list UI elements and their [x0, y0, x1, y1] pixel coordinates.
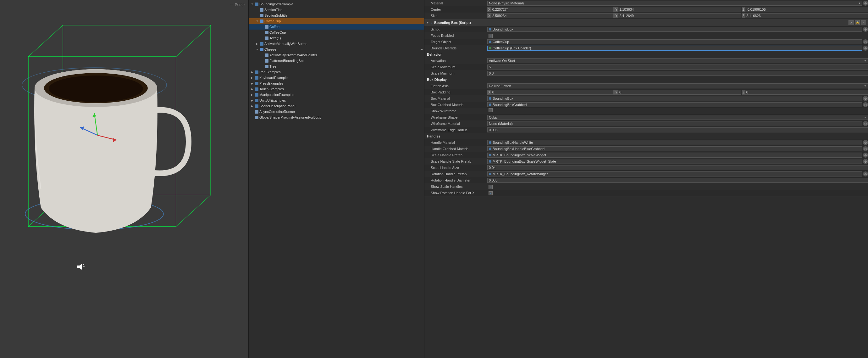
- size-xyz: X Y Z: [487, 13, 868, 18]
- scale-handle-size-input[interactable]: [487, 165, 868, 170]
- script-ref-btn[interactable]: ⊙: [863, 27, 868, 32]
- handles-section: Handles: [425, 133, 868, 139]
- scale-handle-prefab-label: Scale Handle Prefab: [425, 152, 487, 158]
- hierarchy-item-scene-description[interactable]: SceneDescriptionPanel: [249, 103, 424, 109]
- component-icon-expand[interactable]: ↗: [848, 20, 854, 25]
- handle-grabbed-material-value[interactable]: BoundingBoxHandleBlueGrabbed: [487, 146, 862, 151]
- center-y-input[interactable]: [618, 7, 741, 12]
- box-grabbed-material-ref-btn[interactable]: ⊙: [863, 102, 868, 107]
- size-x-input[interactable]: [491, 13, 614, 18]
- show-scale-handles-row: Show Scale Handles: [425, 183, 868, 190]
- component-icon-menu[interactable]: ≡: [861, 20, 866, 25]
- rotation-handle-diameter-row: Rotation Handle Diameter: [425, 177, 868, 183]
- bounds-override-label: Bounds Override: [425, 45, 487, 51]
- arrow-coffee: [260, 25, 265, 29]
- size-z-input[interactable]: [745, 13, 868, 18]
- focus-enabled-checkbox[interactable]: [489, 34, 493, 38]
- hierarchy-item-cheese[interactable]: Cheese▶: [249, 47, 424, 52]
- hierarchy-item-touch-examples[interactable]: TouchExamples: [249, 86, 424, 92]
- hierarchy-item-activate-proximity[interactable]: ActivateByProximityAndPointer: [249, 52, 424, 58]
- hierarchy-item-section-subtitle[interactable]: SectionSubtitle: [249, 12, 424, 18]
- component-checkbox[interactable]: ✓: [430, 21, 433, 25]
- inspector-panel: Material None (Physic Material) ▼ ⊙ Cent…: [425, 0, 868, 358]
- box-material-ref-btn[interactable]: ⊙: [863, 96, 868, 101]
- icon-unityui-examples: [254, 98, 259, 102]
- component-title: Bounding Box (Script): [434, 21, 471, 25]
- center-x-input[interactable]: [491, 7, 614, 12]
- icon-section-subtitle: [259, 13, 264, 18]
- handle-grabbed-material-ref-btn[interactable]: ⊙: [863, 146, 868, 151]
- box-padding-y[interactable]: [618, 90, 741, 95]
- icon-global-shader: [254, 115, 259, 120]
- wireframe-material-ref-btn[interactable]: ⊙: [863, 121, 868, 126]
- wireframe-shape-row: Wireframe Shape Cubic ▼: [425, 114, 868, 120]
- hierarchy-item-press-examples[interactable]: PressExamples: [249, 81, 424, 86]
- hierarchy-item-coffee-cup[interactable]: CoffeeCup: [249, 18, 424, 24]
- icon-tree: [265, 64, 269, 68]
- show-rotation-handle-x-checkbox[interactable]: [489, 191, 493, 196]
- box-padding-z[interactable]: [745, 90, 868, 95]
- icon-keyboard-example: [254, 76, 259, 80]
- show-scale-handles-label: Show Scale Handles: [425, 184, 487, 189]
- hierarchy-item-unityui-examples[interactable]: UnityUIExamples: [249, 97, 424, 103]
- center-z-input[interactable]: [745, 7, 868, 12]
- activation-dropdown[interactable]: Activate On Start ▼: [487, 58, 868, 63]
- hierarchy-item-section-title[interactable]: SectionTitle: [249, 7, 424, 12]
- material-label: Material: [425, 0, 487, 6]
- name-press-examples: PressExamples: [259, 82, 283, 85]
- scale-handle-slate-prefab-value[interactable]: MRTK_BoundingBox_ScaleWidget_Slate: [487, 159, 862, 164]
- rotation-handle-diameter-input[interactable]: [487, 178, 868, 183]
- scale-handle-slate-prefab-ref-btn[interactable]: ⊙: [863, 159, 868, 164]
- rotation-handle-diameter-label: Rotation Handle Diameter: [425, 177, 487, 183]
- wireframe-shape-dropdown[interactable]: Cubic ▼: [487, 115, 868, 120]
- hierarchy-item-async-runner[interactable]: AsyncCoroutineRunner: [249, 109, 424, 115]
- hierarchy-item-global-shader[interactable]: GlobalShaderProximityAssignerForButtc: [249, 115, 424, 120]
- flatten-axis-row: Flatten Axis Do Not Flatten ▼: [425, 83, 868, 89]
- scale-maximum-input[interactable]: [487, 64, 868, 69]
- hierarchy-item-pan-examples[interactable]: PanExamples: [249, 69, 424, 75]
- rotation-handle-prefab-ref-btn[interactable]: ⊙: [863, 172, 868, 177]
- hierarchy-item-tree[interactable]: Tree: [249, 64, 424, 69]
- rotation-handle-prefab-value[interactable]: MRTK_BoundingBox_RotateWidget: [487, 172, 862, 177]
- material-ref-btn[interactable]: ⊙: [863, 1, 868, 6]
- scale-handle-prefab-ref-btn[interactable]: ⊙: [863, 153, 868, 158]
- target-object-ref-btn[interactable]: ⊙: [863, 39, 868, 44]
- script-value[interactable]: BoundingBox: [487, 27, 862, 32]
- show-scale-handles-checkbox[interactable]: [489, 185, 493, 189]
- hierarchy-item-coffee[interactable]: Coffee: [249, 24, 424, 30]
- box-grabbed-material-value[interactable]: BoundingBoxGrabbed: [487, 102, 862, 107]
- handle-material-ref-btn[interactable]: ⊙: [863, 140, 868, 145]
- bounding-box-header[interactable]: ▼ ✓ Bounding Box (Script) ↗ 🔒 ≡: [425, 19, 868, 26]
- hierarchy-item-bounding-box-example[interactable]: BoundingBoxExample: [249, 1, 424, 7]
- box-material-value[interactable]: BoundingBox: [487, 96, 862, 101]
- wireframe-edge-input[interactable]: [487, 127, 868, 132]
- handle-material-value[interactable]: BoundingBoxHandleWhite: [487, 140, 862, 145]
- scale-minimum-input[interactable]: [487, 71, 868, 76]
- material-value[interactable]: None (Physic Material) ▼: [487, 1, 862, 6]
- bounds-override-ref-btn[interactable]: ⊙: [863, 46, 868, 51]
- show-wireframe-checkbox[interactable]: [489, 108, 493, 112]
- scale-maximum-label: Scale Maximum: [425, 64, 487, 70]
- size-x-field: X: [487, 13, 614, 18]
- target-object-label: Target Object: [425, 39, 487, 45]
- flatten-axis-dropdown[interactable]: Do Not Flatten ▼: [487, 83, 868, 88]
- bounds-override-value[interactable]: CoffeeCup (Box Collider): [487, 46, 862, 51]
- scale-handle-prefab-value[interactable]: MRTK_BoundingBox_ScaleWidget: [487, 153, 862, 158]
- component-icon-lock[interactable]: 🔒: [855, 20, 860, 25]
- scene-view[interactable]: [0, 0, 248, 358]
- wireframe-material-value[interactable]: None (Material): [487, 121, 862, 126]
- arrow-section-title: [255, 7, 259, 12]
- focus-enabled-label: Focus Enabled: [425, 33, 487, 38]
- hierarchy-item-text-1[interactable]: Text (1): [249, 35, 424, 41]
- box-padding-x[interactable]: [491, 90, 614, 95]
- hierarchy-item-activate-manually[interactable]: ActivateManuallyWithButton: [249, 41, 424, 47]
- component-icons: ↗ 🔒 ≡: [848, 20, 866, 25]
- hierarchy-item-keyboard-example[interactable]: KeyboardExample: [249, 75, 424, 81]
- box-grabbed-material-row: Box Grabbed Material BoundingBoxGrabbed …: [425, 101, 868, 108]
- script-label: Script: [425, 26, 487, 32]
- hierarchy-item-coffee-cup-2[interactable]: CoffeeCup: [249, 30, 424, 35]
- target-object-value[interactable]: CoffeeCup: [487, 39, 862, 44]
- hierarchy-item-flattened[interactable]: FlattenedBoundingBox: [249, 58, 424, 64]
- hierarchy-item-manipulation-examples[interactable]: ManipulationExamples: [249, 92, 424, 97]
- size-y-input[interactable]: [618, 13, 741, 18]
